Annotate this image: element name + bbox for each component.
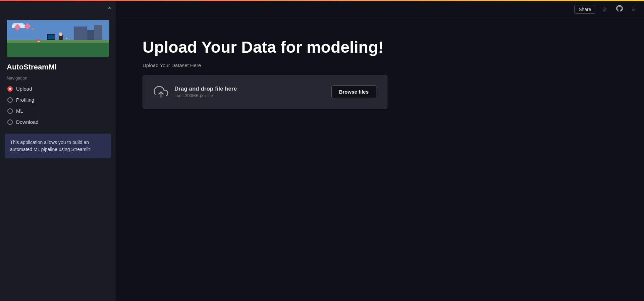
github-icon [616, 5, 623, 12]
sidebar-close-button[interactable]: × [108, 5, 111, 11]
github-button[interactable] [614, 4, 625, 14]
svg-rect-16 [48, 35, 55, 39]
nav-radio-ml [7, 108, 13, 114]
nav-radio-upload [7, 86, 13, 92]
sidebar-info-box: This application allows you to build an … [5, 134, 111, 158]
upload-dropzone[interactable]: Drag and drop file here Limit 200MB per … [143, 75, 387, 109]
svg-rect-6 [94, 25, 102, 40]
header-bar: Share ☆ ≡ [116, 1, 644, 17]
share-button[interactable]: Share [574, 5, 595, 14]
browse-files-button[interactable]: Browse files [331, 85, 376, 98]
cloud-upload-icon [154, 85, 168, 99]
nav-label-upload: Upload [16, 86, 32, 92]
nav-radio-download [7, 119, 13, 125]
nav-item-upload[interactable]: Upload [5, 84, 111, 94]
svg-rect-10 [7, 43, 109, 57]
svg-rect-4 [74, 27, 87, 40]
nav-item-ml[interactable]: ML [5, 106, 111, 116]
dropzone-left: Drag and drop file here Limit 200MB per … [154, 85, 237, 99]
content-area: Upload Your Data for modeling! Upload Yo… [116, 17, 644, 301]
nav-item-profiling[interactable]: Profiling [5, 95, 111, 105]
svg-rect-14 [38, 41, 40, 42]
sidebar: × [0, 1, 116, 301]
svg-text:★: ★ [65, 37, 68, 40]
sidebar-banner-image: ★ ● [7, 20, 109, 57]
dropzone-text-group: Drag and drop file here Limit 200MB per … [174, 86, 237, 98]
nav-item-download[interactable]: Download [5, 117, 111, 127]
nav-items-list: Upload Profiling ML Download [0, 84, 116, 127]
nav-label: Navigation [0, 73, 116, 84]
app-name: AutoStreamMl [0, 63, 116, 73]
page-title: Upload Your Data for modeling! [143, 38, 617, 57]
drag-drop-text: Drag and drop file here [174, 86, 237, 92]
star-button[interactable]: ☆ [600, 5, 609, 14]
main-content: Share ☆ ≡ Upload Your Data for modeling!… [116, 1, 644, 301]
nav-radio-profiling [7, 97, 13, 103]
nav-label-download: Download [16, 119, 39, 125]
nav-label-ml: ML [16, 108, 23, 114]
svg-rect-9 [7, 40, 109, 43]
svg-rect-12 [59, 33, 62, 36]
menu-button[interactable]: ≡ [630, 5, 637, 13]
nav-label-profiling: Profiling [16, 97, 34, 103]
upload-subtitle: Upload Your Dataset Here [143, 62, 617, 68]
file-limit-text: Limit 200MB per file [174, 93, 237, 98]
svg-text:●: ● [32, 27, 34, 31]
